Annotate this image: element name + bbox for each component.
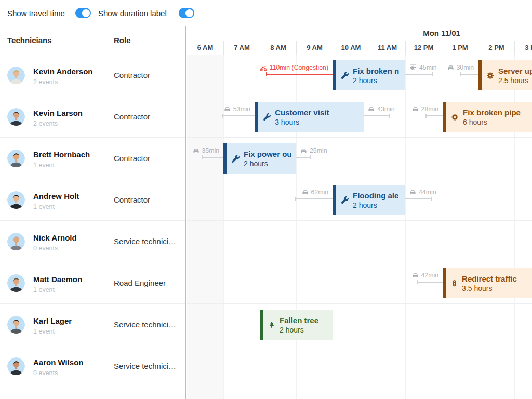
- event-count: 1 event: [33, 286, 55, 294]
- event-text: Fix power ou2 hours: [244, 149, 292, 168]
- travel-time-line: [405, 198, 432, 200]
- travel-minutes-text: 45min: [419, 64, 437, 71]
- divider: [187, 26, 187, 399]
- show-travel-time-toggle[interactable]: [75, 8, 91, 18]
- event-title: Fix broken n: [353, 66, 399, 76]
- event-title: Redirect traffic: [462, 274, 517, 284]
- event-bar[interactable]: Fallen tree2 hours: [260, 310, 332, 340]
- divider: [107, 26, 107, 399]
- technician-name: Aaron Wilson: [33, 358, 84, 367]
- role-cell: Service technici…: [107, 304, 185, 345]
- event-text: Fallen tree2 hours: [280, 315, 318, 335]
- hour-label: 3 PM: [514, 41, 532, 55]
- avatar: [7, 66, 25, 84]
- technician-row[interactable]: Kevin Larson2 eventsContractor: [0, 96, 185, 138]
- hour-label: 2 PM: [478, 41, 514, 55]
- technician-row[interactable]: Kevin Anderson2 eventsContractor: [0, 55, 185, 96]
- hour-label: 6 AM: [187, 41, 223, 55]
- avatar: [7, 357, 25, 375]
- technician-row[interactable]: Karl Lager1 eventService technici…: [0, 304, 185, 345]
- event-bar[interactable]: Fix broken pipe6 hours: [443, 102, 532, 132]
- travel-minutes-text: 35min: [202, 147, 220, 154]
- hour-label: 7 AM: [223, 41, 260, 55]
- column-header-technicians[interactable]: Technicians: [7, 26, 52, 55]
- travel-time-line: [266, 74, 332, 75]
- avatar: [7, 191, 25, 209]
- avatar: [7, 316, 25, 334]
- event-text: Customer visit3 hours: [275, 108, 329, 127]
- travel-time-line: [296, 157, 311, 158]
- event-text: Fix broken n2 hours: [353, 66, 399, 85]
- grid-header: Technicians Role Mon 11/01 6 AM7 AM8 AM9…: [0, 26, 532, 55]
- column-header-role[interactable]: Role: [114, 26, 131, 55]
- helicopter-icon: [409, 64, 417, 71]
- travel-time-label: 35min: [193, 146, 220, 155]
- technician-row[interactable]: Brett Hornbach1 eventContractor: [0, 138, 185, 179]
- travel-time-line: [222, 115, 255, 116]
- schedule-row: 53min43minCustomer visit3 hours28minFix …: [187, 96, 532, 138]
- avatar: [7, 108, 25, 126]
- event-bar[interactable]: Customer visit3 hours: [255, 102, 364, 132]
- technician-name: Matt Daemon: [33, 275, 82, 284]
- schedule-row: [187, 221, 532, 262]
- travel-time-line: [364, 115, 390, 116]
- travel-minutes-text: 44min: [419, 189, 436, 196]
- travel-time-label: 45min: [409, 63, 437, 72]
- event-count: 2 events: [33, 120, 58, 127]
- travel-time-label: 53min: [224, 104, 251, 114]
- event-bar[interactable]: Fix broken n2 hours: [332, 60, 405, 90]
- travel-time-tick: [222, 114, 223, 118]
- travel-time-label: 42min: [412, 271, 439, 280]
- event-bar[interactable]: Flooding ale2 hours: [332, 185, 405, 215]
- event-duration-label: 6 hours: [463, 117, 521, 127]
- car-icon: [412, 106, 419, 113]
- event-bar[interactable]: Redirect traffic3.5 hours: [443, 268, 532, 298]
- technician-row[interactable]: Nick Arnold0 eventsService technici…: [0, 221, 185, 262]
- hour-label: 1 PM: [442, 41, 478, 55]
- travel-minutes-text: 25min: [310, 147, 327, 154]
- wrench-icon: [341, 196, 349, 204]
- event-duration-label: 3 hours: [275, 117, 329, 127]
- toggle-knob: [82, 9, 90, 17]
- event-title: Flooding ale: [353, 191, 398, 201]
- technician-row[interactable]: Andrew Holt1 eventContractor: [0, 179, 185, 221]
- show-duration-label-label: Show duration label: [98, 0, 167, 26]
- travel-time-label: 43min: [368, 104, 395, 114]
- travel-time-line: [202, 157, 223, 158]
- hour-label: 11 AM: [369, 41, 405, 55]
- event-bar[interactable]: Server up2.5 hours: [478, 60, 532, 90]
- car-icon: [193, 148, 200, 154]
- role-cell: Road Engineer: [107, 262, 185, 303]
- show-travel-time-label: Show travel time: [7, 0, 65, 26]
- schedule-row: 110min (Congestion)45minFix broken n2 ho…: [187, 55, 532, 96]
- event-text: Redirect traffic3.5 hours: [462, 274, 517, 293]
- traffic-light-icon: [451, 280, 458, 287]
- day-header: Mon 11/01: [395, 29, 488, 41]
- hour-header-row: 6 AM7 AM8 AM9 AM10 AM11 AM12 PM1 PM2 PM3…: [187, 41, 532, 55]
- technician-name: Kevin Anderson: [33, 67, 92, 76]
- event-bar[interactable]: Fix power ou2 hours: [223, 143, 296, 174]
- avatar: [7, 233, 25, 250]
- wrench-icon: [341, 72, 349, 79]
- tree-icon: [268, 321, 275, 328]
- schedule-row: 62min44minFlooding ale2 hours: [187, 179, 532, 221]
- travel-time-tick: [417, 280, 418, 284]
- event-count: 1 event: [33, 203, 55, 210]
- event-duration-label: 2 hours: [280, 325, 318, 335]
- travel-time-line: [417, 282, 443, 283]
- technician-row[interactable]: Matt Daemon1 eventRoad Engineer: [0, 262, 185, 304]
- hour-label: 10 AM: [332, 41, 369, 55]
- travel-time-tick: [266, 72, 267, 76]
- event-duration-label: 2 hours: [353, 201, 398, 210]
- travel-time-label: 30min: [447, 63, 474, 72]
- travel-time-label: 62min: [302, 188, 329, 197]
- travel-minutes-text: 53min: [233, 105, 251, 113]
- show-duration-label-toggle[interactable]: [179, 8, 194, 18]
- travel-minutes-text: 110min (Congestion): [270, 64, 328, 71]
- technician-name: Nick Arnold: [33, 233, 77, 242]
- role-cell: Contractor: [107, 55, 185, 96]
- technician-list: Kevin Anderson2 eventsContractor Kevin L…: [0, 55, 185, 399]
- panel-splitter[interactable]: [185, 26, 186, 399]
- technician-name: Brett Hornbach: [33, 150, 90, 159]
- technician-row[interactable]: Aaron Wilson0 eventsService technici…: [0, 345, 185, 387]
